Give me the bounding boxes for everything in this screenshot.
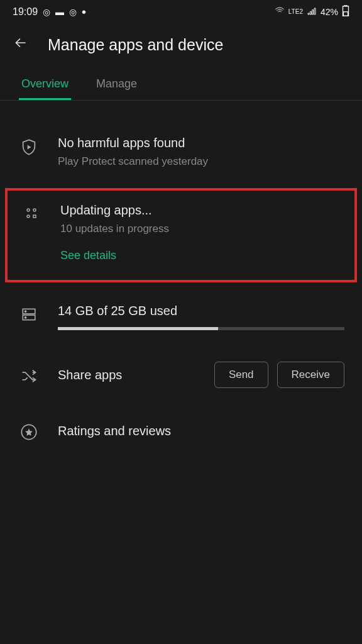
play-protect-title: No harmful apps found bbox=[58, 136, 344, 150]
receive-button[interactable]: Receive bbox=[277, 362, 344, 388]
svg-rect-6 bbox=[33, 215, 36, 218]
star-icon bbox=[18, 421, 40, 441]
share-section: Share apps Send Receive bbox=[0, 349, 362, 401]
send-button[interactable]: Send bbox=[214, 362, 268, 388]
play-protect-subtitle: Play Protect scanned yesterday bbox=[58, 155, 344, 168]
message-icon: ▬ bbox=[55, 7, 64, 17]
page-title: Manage apps and device bbox=[48, 36, 223, 54]
storage-progress-fill bbox=[58, 327, 218, 330]
svg-point-3 bbox=[27, 209, 30, 211]
content: No harmful apps found Play Protect scann… bbox=[0, 101, 362, 461]
shuffle-icon bbox=[18, 365, 40, 385]
storage-section[interactable]: 14 GB of 25 GB used bbox=[0, 295, 362, 349]
back-arrow-icon[interactable] bbox=[13, 35, 29, 55]
status-bar: 19:09 ◎ ▬ ◎ • LTE2 42% bbox=[0, 0, 362, 23]
share-buttons: Send Receive bbox=[214, 362, 344, 388]
tab-overview[interactable]: Overview bbox=[19, 70, 71, 100]
status-right: LTE2 42% bbox=[275, 5, 349, 18]
instagram-icon-2: ◎ bbox=[69, 7, 77, 17]
svg-point-4 bbox=[33, 209, 36, 211]
svg-point-9 bbox=[25, 311, 26, 312]
updates-body: Updating apps... 10 updates in progress … bbox=[60, 203, 342, 262]
svg-point-5 bbox=[27, 215, 30, 218]
updates-section[interactable]: Updating apps... 10 updates in progress … bbox=[5, 188, 357, 282]
svg-point-10 bbox=[25, 317, 26, 318]
svg-rect-2 bbox=[343, 12, 348, 16]
play-protect-body: No harmful apps found Play Protect scann… bbox=[58, 136, 344, 168]
network-label: LTE2 bbox=[288, 8, 303, 15]
storage-progress bbox=[58, 327, 344, 330]
instagram-icon: ◎ bbox=[43, 7, 50, 17]
battery-percent: 42% bbox=[321, 7, 338, 17]
play-protect-section[interactable]: No harmful apps found Play Protect scann… bbox=[0, 126, 362, 178]
dot-icon: • bbox=[82, 6, 86, 18]
status-left: 19:09 ◎ ▬ ◎ • bbox=[13, 6, 86, 18]
ratings-section[interactable]: Ratings and reviews bbox=[0, 401, 362, 461]
tabs: Overview Manage bbox=[0, 70, 362, 101]
signal-icon bbox=[307, 6, 317, 18]
apps-icon bbox=[20, 203, 43, 262]
share-title: Share apps bbox=[58, 368, 197, 382]
ratings-title: Ratings and reviews bbox=[58, 424, 171, 438]
shield-icon bbox=[18, 136, 40, 168]
storage-icon bbox=[18, 304, 40, 330]
see-details-link[interactable]: See details bbox=[60, 249, 116, 262]
storage-body: 14 GB of 25 GB used bbox=[58, 304, 344, 330]
header: Manage apps and device bbox=[0, 23, 362, 70]
updates-title: Updating apps... bbox=[60, 203, 342, 218]
updates-subtitle: 10 updates in progress bbox=[60, 223, 342, 235]
wifi-icon bbox=[275, 6, 285, 18]
battery-icon bbox=[342, 5, 349, 18]
tab-manage[interactable]: Manage bbox=[94, 70, 140, 100]
storage-text: 14 GB of 25 GB used bbox=[58, 304, 344, 318]
status-time: 19:09 bbox=[13, 6, 38, 18]
